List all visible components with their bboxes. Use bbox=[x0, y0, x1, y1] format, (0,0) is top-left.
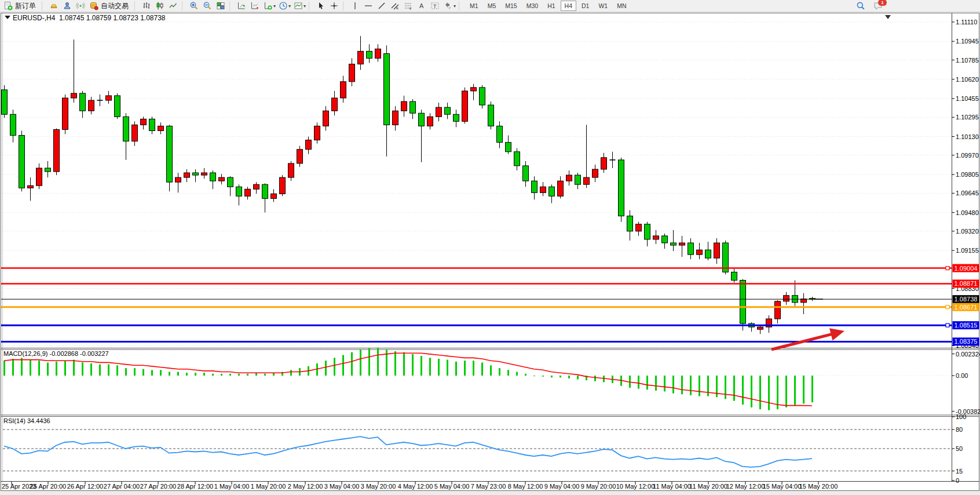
candle bbox=[471, 88, 477, 91]
timeframe-h1[interactable]: H1 bbox=[543, 1, 559, 11]
candle bbox=[410, 101, 416, 113]
arrows-tool-icon[interactable] bbox=[441, 0, 455, 12]
vertical-line-tool-icon[interactable] bbox=[348, 0, 361, 12]
toolbar: 新订单 自动交易 bbox=[0, 0, 980, 12]
zoom-in-icon[interactable] bbox=[187, 0, 200, 12]
label-tool-icon[interactable]: T bbox=[428, 0, 441, 12]
candle bbox=[80, 93, 86, 111]
hline-handle[interactable] bbox=[946, 323, 949, 327]
bar-chart-type-icon[interactable] bbox=[140, 0, 153, 12]
macd-bar bbox=[464, 361, 466, 376]
candle bbox=[488, 105, 494, 126]
macd-bar bbox=[3, 361, 5, 376]
fibonacci-tool-icon[interactable]: F bbox=[401, 0, 415, 12]
crosshair-icon[interactable] bbox=[327, 0, 341, 12]
rsi-level-label: 100 bbox=[956, 413, 966, 420]
macd-bar bbox=[664, 376, 665, 391]
price-label-box-text: 1.09004 bbox=[955, 265, 978, 272]
macd-bar bbox=[116, 365, 118, 376]
macd-bar bbox=[672, 376, 674, 394]
indicators-caret[interactable]: ▾ bbox=[273, 3, 276, 9]
trendline-tool-icon[interactable] bbox=[375, 0, 388, 12]
cursor-icon[interactable] bbox=[314, 0, 327, 12]
toolbar-separator bbox=[229, 2, 233, 10]
macd-bar bbox=[725, 376, 726, 399]
search-icon[interactable] bbox=[854, 0, 867, 12]
timeframe-d1[interactable]: D1 bbox=[577, 1, 593, 11]
notifications-icon[interactable]: 1 bbox=[872, 1, 884, 12]
macd-bar bbox=[646, 376, 648, 390]
price-tick-label: 1.10295 bbox=[956, 114, 979, 121]
candle bbox=[540, 187, 546, 192]
macd-bar bbox=[177, 372, 179, 376]
channel-tool-icon[interactable]: E bbox=[388, 0, 401, 12]
market-watch-icon[interactable] bbox=[47, 0, 60, 12]
candlestick-type-icon[interactable] bbox=[153, 0, 166, 12]
macd-bar bbox=[707, 376, 709, 396]
toolbar-separator bbox=[309, 2, 312, 10]
zoom-out-icon[interactable] bbox=[200, 0, 214, 12]
macd-scale-label: 0.00 bbox=[956, 372, 968, 379]
timeframe-h4[interactable]: H4 bbox=[561, 1, 576, 11]
macd-bar bbox=[455, 362, 457, 376]
candle bbox=[732, 272, 737, 280]
timeframe-mn[interactable]: MN bbox=[613, 1, 630, 11]
price-label-box-text: 1.08515 bbox=[955, 322, 978, 329]
arrows-caret[interactable]: ▾ bbox=[454, 3, 456, 9]
candle bbox=[228, 177, 233, 187]
periods-caret[interactable]: ▾ bbox=[288, 3, 291, 9]
candle bbox=[149, 119, 155, 130]
macd-bar bbox=[594, 376, 596, 381]
templates-caret[interactable]: ▾ bbox=[303, 3, 306, 9]
text-tool-icon[interactable]: A bbox=[415, 0, 428, 12]
timeframe-m1[interactable]: M1 bbox=[466, 1, 482, 11]
candle bbox=[63, 98, 68, 129]
macd-bar bbox=[577, 376, 579, 379]
time-label: 7 May 23:00 bbox=[471, 483, 506, 490]
candle bbox=[89, 100, 94, 111]
time-label: 11 May 04:00 bbox=[653, 483, 691, 490]
timeframe-m5[interactable]: M5 bbox=[484, 1, 500, 11]
toolbar-separator bbox=[134, 2, 138, 10]
line-chart-type-icon[interactable] bbox=[166, 0, 180, 12]
candle bbox=[454, 114, 459, 121]
macd-bar bbox=[134, 368, 136, 376]
timeframe-w1[interactable]: W1 bbox=[594, 1, 612, 11]
candle bbox=[662, 236, 668, 243]
rsi-label: RSI(14) 34.4436 bbox=[3, 417, 50, 424]
rsi-level-label: 80 bbox=[956, 426, 963, 433]
new-chart-icon[interactable] bbox=[235, 0, 248, 12]
price-label-box-text: 1.08375 bbox=[955, 338, 978, 345]
macd-bar bbox=[247, 374, 248, 376]
chart-shift-icon[interactable] bbox=[248, 0, 261, 12]
data-window-icon[interactable] bbox=[60, 0, 74, 12]
hline-handle[interactable] bbox=[946, 305, 949, 309]
candle bbox=[532, 181, 537, 192]
timeframe-m15[interactable]: M15 bbox=[501, 1, 521, 11]
macd-bar bbox=[533, 376, 535, 376]
time-label: 3 May 20:00 bbox=[361, 483, 396, 490]
periods-clock-icon[interactable] bbox=[276, 0, 290, 12]
signal-icon[interactable] bbox=[74, 0, 87, 12]
candle bbox=[436, 107, 442, 117]
candle bbox=[367, 51, 372, 58]
candle bbox=[288, 163, 294, 177]
tile-windows-icon[interactable] bbox=[214, 0, 227, 12]
indicators-icon[interactable] bbox=[261, 0, 275, 12]
price-tick-label: 1.10945 bbox=[956, 38, 979, 45]
autotrade-label[interactable]: 自动交易 bbox=[101, 1, 129, 11]
candle bbox=[262, 184, 268, 198]
hline-handle[interactable] bbox=[946, 267, 949, 270]
time-label: 26 Apr 12:00 bbox=[67, 483, 103, 490]
autotrade-icon[interactable] bbox=[87, 0, 100, 12]
macd-bar bbox=[12, 359, 14, 376]
candle bbox=[401, 101, 407, 111]
new-order-label[interactable]: 新订单 bbox=[15, 1, 36, 11]
new-order-icon[interactable] bbox=[1, 0, 14, 12]
timeframe-m30[interactable]: M30 bbox=[522, 1, 542, 11]
candle bbox=[584, 177, 590, 184]
templates-icon[interactable] bbox=[291, 0, 305, 12]
price-tick-label: 1.10785 bbox=[956, 57, 979, 64]
chart-canvas[interactable]: 1.111101.109451.107851.106201.104551.102… bbox=[0, 0, 980, 495]
horizontal-line-tool-icon[interactable] bbox=[361, 0, 375, 12]
